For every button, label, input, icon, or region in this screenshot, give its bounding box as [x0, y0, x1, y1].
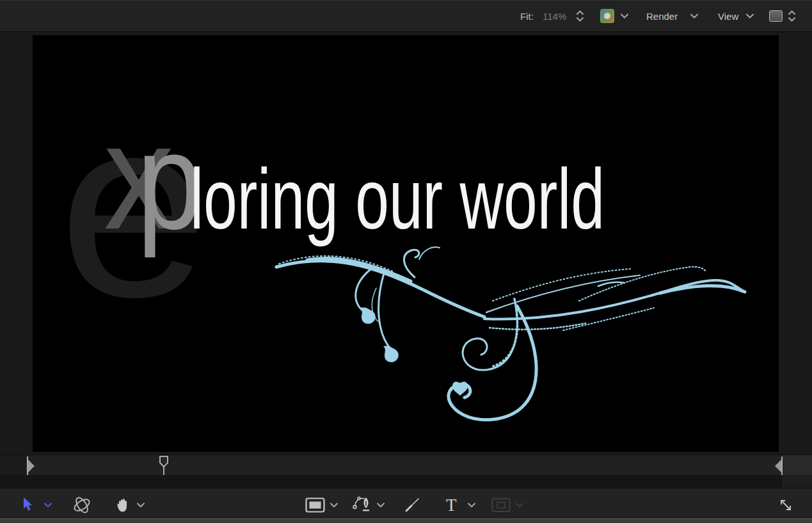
color-swatch[interactable] — [600, 9, 614, 23]
scroll-track-after-out — [783, 475, 812, 488]
render-menu[interactable]: Render — [646, 11, 678, 22]
diagonal-resize-icon — [777, 497, 794, 513]
select-tool-button[interactable] — [21, 497, 34, 513]
timeline-scroll-track[interactable] — [0, 475, 812, 488]
view-menu[interactable]: View — [718, 11, 738, 22]
title-text[interactable]: loring our world — [190, 152, 605, 246]
pan-tool-button[interactable] — [115, 497, 129, 513]
select-tool-chevron-icon[interactable] — [44, 503, 52, 508]
pan-tool-chevron-icon[interactable] — [136, 503, 145, 508]
zoom-stepper-icon[interactable] — [576, 10, 584, 22]
zoom-level-value[interactable]: 114% — [543, 11, 566, 22]
timeline-after-out-region — [783, 455, 812, 475]
gradient-color-well-icon — [600, 9, 614, 23]
motion-canvas-window: Fit: 114% Render View — [0, 0, 812, 523]
orbit-icon — [72, 495, 92, 515]
bezier-tool-chevron-icon[interactable] — [376, 503, 385, 508]
arrow-cursor-icon — [21, 497, 34, 513]
display-well-icon — [769, 10, 783, 22]
tools-toolbar: T — [0, 488, 812, 519]
in-point-marker[interactable] — [22, 455, 36, 476]
canvas-viewport: e x p loring our world — [0, 32, 812, 455]
hand-icon — [115, 497, 129, 513]
pen-nib-icon — [352, 496, 372, 514]
rectangle-mask-icon — [491, 498, 511, 513]
render-chevron-icon[interactable] — [690, 13, 699, 19]
bezier-tool-button[interactable] — [352, 496, 372, 514]
rectangle-tool-button[interactable] — [305, 497, 325, 513]
text-tool-chevron-icon[interactable] — [467, 503, 476, 508]
paint-stroke-tool-button[interactable] — [403, 496, 421, 514]
color-well-dot — [604, 13, 610, 19]
rectangle-icon — [305, 497, 325, 513]
display-stepper-icon[interactable] — [788, 10, 796, 22]
view-chevron-icon[interactable] — [745, 13, 754, 19]
mini-timeline[interactable] — [0, 455, 812, 475]
display-select[interactable] — [769, 10, 783, 22]
mask-tool-button-disabled — [491, 498, 511, 513]
color-swatch-chevron-icon[interactable] — [620, 13, 629, 19]
zoom-fit-label: Fit: — [520, 11, 534, 22]
flourish-ornament[interactable] — [276, 247, 745, 420]
expand-view-button[interactable] — [777, 497, 794, 513]
canvas-toolbar: Fit: 114% Render View — [0, 0, 812, 32]
paintbrush-icon — [403, 496, 421, 514]
animating-title-letters[interactable]: e x p — [58, 64, 209, 350]
out-point-marker[interactable] — [772, 455, 786, 476]
orbit-tool-button[interactable] — [72, 495, 92, 515]
lower-pane-edge[interactable] — [0, 519, 812, 523]
text-tool-button[interactable]: T — [446, 497, 457, 514]
project-canvas[interactable]: e x p loring our world — [33, 35, 779, 452]
mask-tool-chevron-icon — [515, 503, 524, 508]
rectangle-tool-chevron-icon[interactable] — [330, 503, 338, 508]
